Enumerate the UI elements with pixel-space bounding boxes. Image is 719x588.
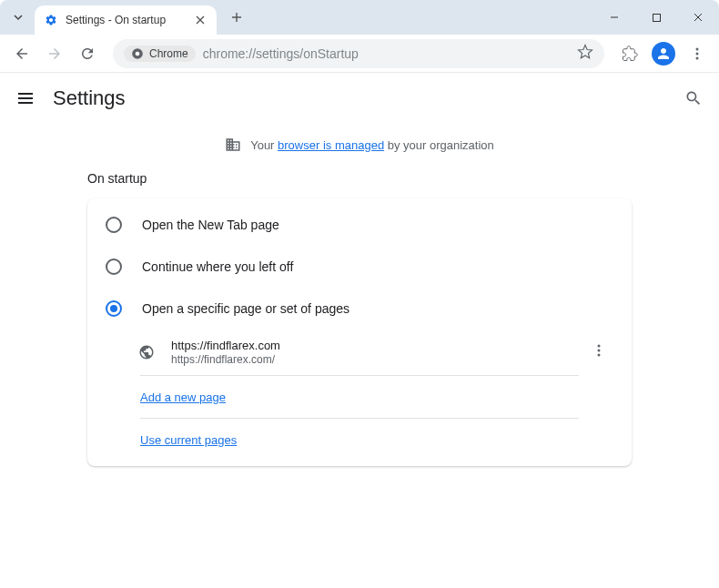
settings-menu-button[interactable]: [15, 87, 36, 109]
svg-point-5: [696, 56, 699, 59]
managed-link[interactable]: browser is managed: [278, 138, 384, 152]
minimize-button[interactable]: [593, 0, 635, 35]
globe-icon: [138, 344, 155, 360]
startup-page-row: https://findflarex.com https://findflare…: [87, 329, 632, 375]
puzzle-icon: [622, 46, 638, 62]
tab-close-button[interactable]: [193, 13, 208, 27]
window-titlebar: Settings - On startup: [0, 0, 719, 35]
radio-new-tab[interactable]: Open the New Tab page: [87, 204, 632, 246]
search-icon: [684, 89, 703, 107]
tab-title: Settings - On startup: [66, 14, 186, 26]
radio-button[interactable]: [106, 300, 122, 317]
startup-card: Open the New Tab page Continue where you…: [87, 198, 632, 466]
site-url: https://findflarex.com/: [171, 353, 568, 366]
add-page-row: Add a new page: [87, 376, 632, 418]
new-tab-button[interactable]: [224, 5, 249, 30]
browser-toolbar: Chrome chrome://settings/onStartup: [0, 35, 719, 73]
radio-label: Open the New Tab page: [142, 218, 279, 232]
site-name: https://findflarex.com: [171, 339, 568, 352]
site-chip[interactable]: Chrome: [124, 46, 196, 62]
close-window-button[interactable]: [677, 0, 719, 35]
svg-rect-0: [653, 14, 660, 21]
url-text: chrome://settings/onStartup: [203, 46, 570, 61]
reload-button[interactable]: [73, 39, 102, 68]
chip-label: Chrome: [149, 47, 188, 60]
page-more-button[interactable]: [584, 343, 613, 361]
forward-button[interactable]: [40, 39, 69, 68]
close-icon: [693, 12, 704, 23]
maximize-icon: [652, 13, 662, 23]
menu-button[interactable]: [683, 39, 712, 68]
chevron-down-icon: [13, 12, 24, 23]
site-info: https://findflarex.com https://findflare…: [171, 339, 568, 366]
radio-button[interactable]: [106, 259, 122, 275]
svg-point-6: [598, 345, 601, 348]
radio-label: Continue where you left off: [142, 259, 293, 274]
window-controls: [593, 0, 719, 35]
use-current-link[interactable]: Use current pages: [140, 433, 237, 447]
managed-text: Your browser is managed by your organiza…: [250, 138, 494, 152]
radio-button[interactable]: [106, 217, 122, 233]
settings-title: Settings: [53, 86, 126, 110]
profile-button[interactable]: [652, 42, 675, 66]
add-page-link[interactable]: Add a new page: [140, 390, 226, 404]
search-settings-button[interactable]: [683, 87, 704, 109]
radio-label: Open a specific page or set of pages: [142, 301, 349, 316]
svg-point-2: [136, 51, 140, 56]
dots-vertical-icon: [690, 46, 704, 61]
address-bar[interactable]: Chrome chrome://settings/onStartup: [113, 39, 604, 68]
arrow-left-icon: [14, 46, 30, 62]
reload-icon: [79, 46, 96, 62]
svg-point-3: [696, 47, 699, 50]
hamburger-icon: [16, 89, 35, 107]
section-title: On startup: [87, 166, 632, 198]
settings-header: Settings: [0, 73, 719, 124]
managed-banner: Your browser is managed by your organiza…: [0, 124, 719, 166]
close-icon: [196, 15, 205, 25]
dots-vertical-icon: [592, 343, 606, 358]
bookmark-button[interactable]: [577, 44, 593, 64]
building-icon: [225, 137, 241, 153]
extensions-button[interactable]: [615, 39, 644, 68]
person-icon: [655, 46, 672, 62]
star-icon: [577, 44, 593, 60]
minimize-icon: [609, 12, 620, 23]
maximize-button[interactable]: [635, 0, 677, 35]
settings-content: On startup Open the New Tab page Continu…: [0, 166, 719, 466]
svg-point-7: [598, 350, 601, 352]
svg-point-4: [696, 52, 699, 55]
svg-point-8: [598, 354, 601, 357]
back-button[interactable]: [7, 39, 36, 68]
radio-continue[interactable]: Continue where you left off: [87, 246, 632, 288]
plus-icon: [230, 11, 243, 24]
arrow-right-icon: [46, 46, 63, 62]
browser-tab[interactable]: Settings - On startup: [35, 5, 217, 35]
tab-search-button[interactable]: [5, 5, 31, 30]
radio-specific[interactable]: Open a specific page or set of pages: [87, 288, 632, 329]
settings-gear-icon: [44, 13, 58, 27]
chrome-icon: [131, 47, 144, 60]
use-current-row: Use current pages: [87, 419, 632, 461]
